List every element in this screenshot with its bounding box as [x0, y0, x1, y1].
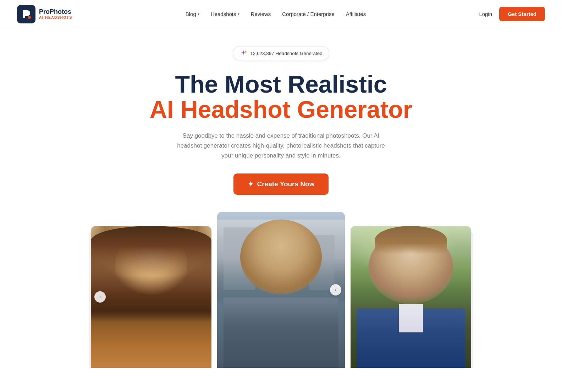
brand-sub: AI HEADSHOTS [39, 16, 72, 20]
nav-item-corporate[interactable]: Corporate / Enterprise [282, 11, 335, 17]
gallery-section: ‹ [0, 212, 562, 368]
sparkle-icon [239, 49, 247, 57]
cta-label: Create Yours Now [257, 180, 315, 188]
chevron-down-icon: ▾ [198, 12, 199, 16]
logo-text: ProPhotos AI HEADSHOTS [39, 9, 72, 20]
nav-link-corporate[interactable]: Corporate / Enterprise [282, 11, 335, 17]
create-now-button[interactable]: ✦ Create Yours Now [233, 173, 329, 195]
nav-link-headshots[interactable]: Headshots ▾ [211, 11, 239, 17]
gallery-card-suit-man [351, 226, 471, 368]
nav-link-blog[interactable]: Blog ▾ [186, 11, 199, 17]
navbar: ProPhotos AI HEADSHOTS Blog ▾ Headshots … [0, 0, 562, 28]
hero-title-line1: The Most Realistic [128, 72, 434, 97]
stats-text: 12,623,897 Headshots Generated [250, 51, 322, 56]
brand-name: ProPhotos [39, 9, 72, 16]
gallery-outer: ‹ [68, 212, 494, 368]
gallery-prev-arrow[interactable]: ‹ [94, 291, 106, 303]
gallery-card-asian-man: › [217, 212, 345, 368]
svg-point-1 [28, 16, 31, 19]
nav-links: Blog ▾ Headshots ▾ Reviews Corporate / E… [186, 11, 366, 17]
nav-item-reviews[interactable]: Reviews [251, 11, 271, 17]
chevron-down-icon: ▾ [238, 12, 239, 16]
wand-icon: ✦ [248, 180, 254, 188]
hero-subtitle: Say goodbye to the hassle and expense of… [171, 131, 391, 161]
get-started-button[interactable]: Get Started [499, 7, 545, 21]
gallery-next-arrow[interactable]: › [330, 284, 341, 296]
nav-link-affiliates[interactable]: Affiliates [346, 11, 366, 17]
stats-badge: 12,623,897 Headshots Generated [233, 46, 329, 60]
nav-item-headshots[interactable]: Headshots ▾ [211, 11, 239, 17]
nav-actions: Login Get Started [479, 7, 545, 21]
gallery-card-woman: ‹ [91, 226, 211, 368]
hero-title: The Most Realistic AI Headshot Generator [128, 72, 434, 122]
logo-icon [17, 5, 35, 23]
logo-link[interactable]: ProPhotos AI HEADSHOTS [17, 5, 72, 23]
hero-title-line2: AI Headshot Generator [128, 97, 434, 122]
nav-item-affiliates[interactable]: Affiliates [346, 11, 366, 17]
login-link[interactable]: Login [479, 11, 492, 17]
nav-item-blog[interactable]: Blog ▾ [186, 11, 199, 17]
nav-link-reviews[interactable]: Reviews [251, 11, 271, 17]
hero-section: 12,623,897 Headshots Generated The Most … [121, 28, 441, 212]
